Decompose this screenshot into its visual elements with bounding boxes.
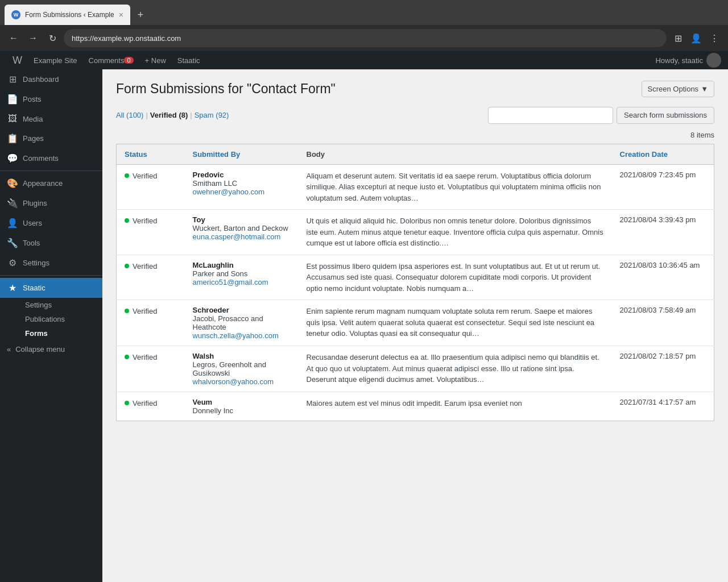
date-text-4: 2021/08/02 7:18:57 pm <box>620 352 696 360</box>
col-header-submitted-by[interactable]: Submitted By <box>185 144 299 164</box>
table-row: Verified Predovic Smitham LLC owehner@ya… <box>117 164 714 210</box>
sidebar-item-label: Dashboard <box>23 75 59 84</box>
submitter-email-0[interactable]: owehner@yahoo.com <box>193 188 265 196</box>
account-button[interactable]: 👤 <box>688 30 704 46</box>
submitter-email-4[interactable]: whalvorson@yahoo.com <box>193 377 274 386</box>
plugins-icon: 🔌 <box>7 198 18 209</box>
admin-bar-new[interactable]: + New <box>139 51 172 69</box>
new-tab-button[interactable]: + <box>133 7 148 23</box>
wp-logo[interactable]: W <box>7 55 28 66</box>
col-header-body: Body <box>299 144 612 164</box>
filter-all[interactable]: All (100) <box>116 111 143 119</box>
tab-favicon: W <box>11 10 20 19</box>
submitter-company-3: Jacobi, Prosacco and Heathcote <box>193 314 291 331</box>
status-cell-2: Verified <box>117 255 185 300</box>
sidebar-sub-settings[interactable]: Settings <box>18 298 102 312</box>
back-button[interactable]: ← <box>6 30 22 46</box>
status-dot-1 <box>125 218 129 223</box>
sidebar-sub-publications[interactable]: Publications <box>18 312 102 326</box>
address-bar[interactable] <box>64 29 667 47</box>
sidebar-item-staatic[interactable]: ★ Staatic <box>0 278 102 298</box>
submitter-company-5: Donnelly Inc <box>193 406 291 415</box>
filter-spam[interactable]: Spam (92) <box>195 111 229 119</box>
table-header: Status Submitted By Body Creation Date <box>117 144 714 164</box>
tab-title: Form Submissions ‹ Example <box>25 11 114 19</box>
submitter-company-2: Parker and Sons <box>193 269 291 278</box>
status-label-5: Verified <box>133 399 157 408</box>
extensions-button[interactable]: ⊞ <box>670 30 686 46</box>
date-cell-3: 2021/08/03 7:58:49 am <box>612 300 714 346</box>
table-row: Verified Toy Wuckert, Barton and Deckow … <box>117 210 714 255</box>
sidebar-item-tools[interactable]: 🔧 Tools <box>0 233 102 253</box>
status-label-4: Verified <box>133 353 157 361</box>
filter-verified-count: (8) <box>179 111 188 119</box>
sidebar-item-media[interactable]: 🖼 Media <box>0 109 102 128</box>
sidebar-item-label: Media <box>23 115 43 123</box>
submitter-name-0: Predovic <box>193 171 291 179</box>
sidebar-item-label: Staatic <box>23 284 46 292</box>
submitter-email-3[interactable]: wunsch.zella@yahoo.com <box>193 331 279 340</box>
submitted-by-cell-4: Walsh Legros, Greenholt and Gusikowski w… <box>185 346 299 392</box>
col-header-creation-date[interactable]: Creation Date <box>612 144 714 164</box>
col-header-status[interactable]: Status <box>117 144 185 164</box>
filter-all-label: All <box>116 111 124 119</box>
sidebar-item-pages[interactable]: 📋 Pages <box>0 128 102 148</box>
collapse-menu-button[interactable]: « Collapse menu <box>0 340 102 358</box>
submitter-name-3: Schroeder <box>193 306 291 314</box>
date-cell-2: 2021/08/03 10:36:45 am <box>612 255 714 300</box>
sidebar-item-appearance[interactable]: 🎨 Appearance <box>0 173 102 193</box>
admin-bar-howdy: Howdy, staatic <box>655 53 721 68</box>
submitter-email-1[interactable]: euna.casper@hotmail.com <box>193 232 281 241</box>
search-button[interactable]: Search form submissions <box>617 107 714 124</box>
main-content: Form Submissions for "Contact Form" Scre… <box>102 69 728 582</box>
browser-nav-bar: ← → ↻ ⊞ 👤 ⋮ <box>0 25 728 51</box>
submitter-email-2[interactable]: americo51@gmail.com <box>193 278 268 286</box>
sidebar-item-label: Pages <box>23 134 44 143</box>
submitter-name-2: McLaughlin <box>193 261 291 269</box>
screen-options-button[interactable]: Screen Options ▼ <box>642 81 714 97</box>
reload-button[interactable]: ↻ <box>44 30 60 46</box>
sidebar-item-comments[interactable]: 💬 Comments <box>0 148 102 168</box>
forward-button[interactable]: → <box>25 30 41 46</box>
sidebar-item-users[interactable]: 👤 Users <box>0 213 102 233</box>
body-text-5: Maiores autem est vel minus odit impedit… <box>307 399 522 408</box>
staatic-icon: ★ <box>7 282 18 293</box>
sidebar-item-label: Users <box>23 219 42 227</box>
admin-bar-site[interactable]: Example Site <box>28 51 83 69</box>
settings-icon: ⚙ <box>7 257 18 268</box>
sidebar-item-plugins[interactable]: 🔌 Plugins <box>0 193 102 213</box>
comments-icon: 💬 <box>7 153 18 164</box>
body-text-2: Est possimus libero quidem ipsa asperior… <box>307 262 601 293</box>
date-text-5: 2021/07/31 4:17:57 am <box>620 398 696 406</box>
active-tab[interactable]: W Form Submissions ‹ Example × <box>5 5 130 25</box>
tab-bar: W Form Submissions ‹ Example × + <box>0 0 728 25</box>
browser-menu-button[interactable]: ⋮ <box>706 30 722 46</box>
browser-window: W Form Submissions ‹ Example × + ← → ↻ ⊞… <box>0 0 728 51</box>
sidebar-item-dashboard[interactable]: ⊞ Dashboard <box>0 69 102 89</box>
sidebar-item-label: Tools <box>23 239 40 247</box>
sidebar-item-label: Plugins <box>23 199 47 207</box>
body-text-1: Ut quis et aliquid aliquid hic. Doloribu… <box>307 217 603 247</box>
submissions-table: Status Submitted By Body Creation Date V… <box>116 144 714 422</box>
sidebar-item-settings[interactable]: ⚙ Settings <box>0 253 102 273</box>
status-label-2: Verified <box>133 262 157 271</box>
sidebar-item-label: Comments <box>23 154 59 163</box>
close-tab-button[interactable]: × <box>119 10 123 19</box>
sidebar-menu: ⊞ Dashboard 📄 Posts 🖼 Media 📋 Pages 💬 Co… <box>0 69 102 340</box>
submitter-name-4: Walsh <box>193 352 291 360</box>
admin-bar-comments[interactable]: Comments 0 <box>83 51 139 69</box>
body-cell-5: Maiores autem est vel minus odit impedit… <box>299 392 612 421</box>
admin-bar-staatic[interactable]: Staatic <box>172 51 206 69</box>
submitted-by-cell-5: Veum Donnelly Inc <box>185 392 299 421</box>
date-cell-0: 2021/08/09 7:23:45 pm <box>612 164 714 210</box>
tools-icon: 🔧 <box>7 238 18 248</box>
sidebar-item-posts[interactable]: 📄 Posts <box>0 89 102 109</box>
body-cell-1: Ut quis et aliquid aliquid hic. Doloribu… <box>299 210 612 255</box>
sidebar-sub-forms[interactable]: Forms <box>18 326 102 340</box>
search-input[interactable] <box>488 107 613 124</box>
table-row: Verified McLaughlin Parker and Sons amer… <box>117 255 714 300</box>
filter-verified[interactable]: Verified (8) <box>150 111 188 119</box>
status-cell-5: Verified <box>117 392 185 421</box>
page-title: Form Submissions for "Contact Form" <box>116 81 336 98</box>
posts-icon: 📄 <box>7 94 18 105</box>
